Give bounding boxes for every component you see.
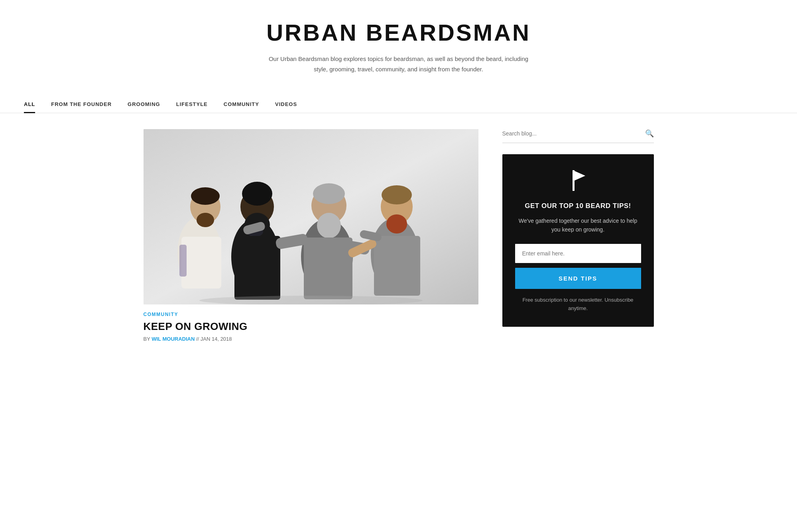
main-nav: ALL FROM THE FOUNDER GROOMING LIFESTYLE … [0,95,797,113]
site-description: Our Urban Beardsman blog explores topics… [263,54,534,74]
svg-rect-24 [374,236,420,296]
sidebar: 🔍 GET OUR TOP 10 BEARD TIPS! We've gathe… [502,129,654,342]
svg-point-3 [191,187,220,205]
svg-marker-30 [575,171,585,181]
post-author-link[interactable]: WIL MOURADIAN [152,336,195,342]
search-input[interactable] [502,130,645,137]
svg-point-16 [317,213,341,238]
send-tips-button[interactable]: SEND TIPS [515,268,641,289]
svg-point-15 [313,183,345,204]
main-content: COMMUNITY KEEP ON GROWING BY WIL MOURADI… [120,113,678,358]
svg-rect-5 [181,237,221,289]
byline-suffix: // JAN 14, 2018 [196,336,232,342]
post-meta: COMMUNITY KEEP ON GROWING BY WIL MOURADI… [144,312,478,342]
nav-item-all[interactable]: ALL [24,95,35,113]
blog-section: COMMUNITY KEEP ON GROWING BY WIL MOURADI… [144,129,478,342]
post-title[interactable]: KEEP ON GROWING [144,320,478,333]
svg-rect-6 [179,245,187,277]
svg-point-4 [197,213,214,227]
post-category[interactable]: COMMUNITY [144,312,478,317]
post-image-svg [144,129,478,304]
nav-item-videos[interactable]: VIDEOS [275,95,297,113]
byline-prefix: BY [144,336,150,342]
post-byline: BY WIL MOURADIAN // JAN 14, 2018 [144,336,478,342]
svg-point-9 [242,182,272,206]
flag-icon [515,170,641,195]
email-input[interactable] [515,244,641,263]
nav-item-community[interactable]: COMMUNITY [224,95,259,113]
newsletter-description: We've gathered together our best advice … [515,216,641,234]
svg-rect-29 [573,170,575,191]
site-title: URBAN BEARDSMAN [8,19,789,46]
svg-point-22 [382,185,412,204]
search-icon[interactable]: 🔍 [645,129,654,138]
nav-item-lifestyle[interactable]: LIFESTYLE [176,95,208,113]
svg-rect-12 [234,236,280,300]
search-bar: 🔍 [502,129,654,143]
newsletter-card: GET OUR TOP 10 BEARD TIPS! We've gathere… [502,154,654,327]
site-header: URBAN BEARDSMAN Our Urban Beardsman blog… [0,0,797,87]
newsletter-footer: Free subscription to our newsletter. Uns… [515,296,641,313]
svg-point-23 [386,214,407,234]
nav-list: ALL FROM THE FOUNDER GROOMING LIFESTYLE … [24,95,773,113]
nav-item-from-the-founder[interactable]: FROM THE FOUNDER [51,95,112,113]
flag-svg [569,170,587,191]
newsletter-heading: GET OUR TOP 10 BEARD TIPS! [515,202,641,210]
post-featured-image[interactable] [144,129,478,304]
nav-item-grooming[interactable]: GROOMING [128,95,160,113]
